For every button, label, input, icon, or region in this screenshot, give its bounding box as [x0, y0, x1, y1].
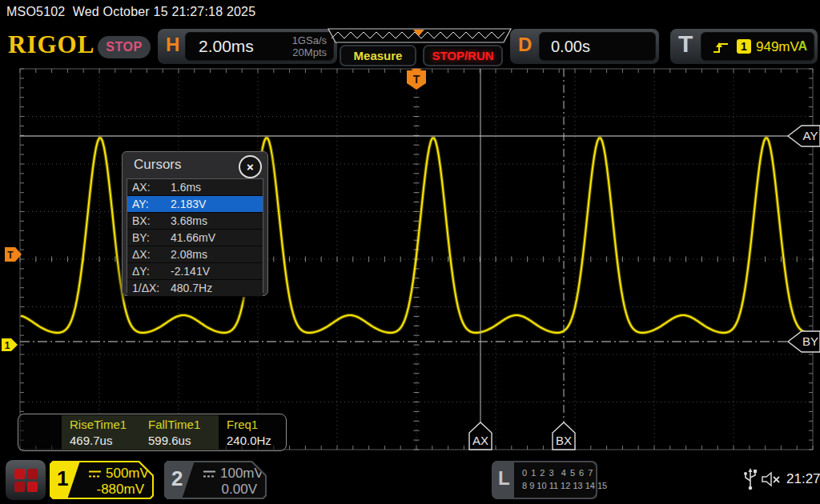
horizontal-panel[interactable]: H 2.00ms 1GSa/s 20Mpts	[157, 28, 338, 65]
cursor-row-dx[interactable]: ΔX:2.08ms	[127, 246, 263, 263]
speaker-muted-icon[interactable]	[761, 470, 782, 488]
trigger-position-t: T	[413, 73, 420, 86]
la-channels-row1: 0 1 2 3 4 5 6 7	[522, 468, 593, 478]
delay-value: 0.00s	[551, 38, 590, 56]
ch2-offset: 0.00V	[222, 482, 257, 498]
cursor-row-ay[interactable]: AY:2.183V	[127, 196, 263, 213]
channel-1-box[interactable]: 500mV -880mV 1	[50, 461, 154, 499]
ch1-offset: -880mV	[96, 482, 144, 498]
dc-coupling-icon	[88, 470, 102, 478]
model-and-datetime: MSO5102 Wed October 15 21:27:18 2025	[6, 5, 255, 19]
measurement-risetime[interactable]: RiseTime1 469.7us	[62, 415, 140, 450]
ch2-scale: 100mV	[220, 466, 263, 482]
ch1-position-num: 1	[5, 340, 10, 351]
usb-icon	[743, 468, 758, 490]
sample-rate-memdepth: 1GSa/s 20Mpts	[292, 34, 327, 58]
cursors-dialog: Cursors × AX:1.6ms AY:2.183V BX:3.68ms B…	[122, 151, 268, 296]
clock: 21:27	[786, 471, 820, 487]
delay-label: D	[518, 34, 532, 56]
stop-run-button[interactable]: STOP/RUN	[423, 45, 503, 66]
cursor-by-flag-label: BY	[802, 334, 818, 348]
menu-grid-button[interactable]	[5, 459, 46, 501]
la-channels-row2: 8 9 10 11 12 13 14 15	[522, 481, 607, 490]
channel-2-box[interactable]: 100mV 0.00V 2	[164, 461, 267, 499]
measure-button[interactable]: Measure	[340, 45, 416, 66]
trigger-panel[interactable]: T 1 949mV A	[669, 28, 818, 65]
rising-edge-icon	[713, 41, 729, 54]
trigger-level-value: 949mV	[756, 39, 799, 55]
cursor-row-by[interactable]: BY:41.66mV	[127, 230, 263, 246]
ch1-scale: 500mV	[106, 466, 149, 482]
oscilloscope-screen: AXBXAYBYTT1 MSO5102 Wed October 15 21:27…	[0, 0, 820, 504]
trigger-label: T	[678, 30, 693, 58]
trigger-mode: A	[798, 39, 807, 54]
dc-coupling-icon	[203, 470, 216, 478]
cursor-ay-flag-label: AY	[803, 129, 818, 142]
timebase-box: 2.00ms 1GSa/s 20Mpts	[185, 32, 334, 61]
trigger-level-t: T	[7, 250, 14, 261]
cursor-row-ax[interactable]: AX:1.6ms	[127, 179, 263, 196]
cursor-bx-flag-label: BX	[556, 434, 572, 447]
logic-analyzer-box[interactable]: L 0 1 2 3 4 5 6 7 8 9 10 11 12 13 14 15	[492, 461, 597, 499]
cursor-ax-flag-label: AX	[472, 434, 488, 447]
cursor-row-invdx[interactable]: 1/ΔX:480.7Hz	[127, 280, 263, 297]
delay-box: 0.00s	[539, 32, 656, 61]
trigger-source-badge: 1	[737, 39, 751, 54]
la-label: L	[498, 467, 510, 490]
cursor-readout-list: AX:1.6ms AY:2.183V BX:3.68ms BY:41.66mV …	[127, 178, 263, 293]
sample-rate: 1GSa/s	[292, 34, 327, 46]
cursor-row-bx[interactable]: BX:3.68ms	[127, 213, 263, 230]
measurement-freq[interactable]: Freq1 240.0Hz	[219, 415, 300, 450]
mem-depth: 20Mpts	[292, 46, 327, 58]
horizontal-label: H	[166, 34, 179, 56]
measurement-results-panel: RiseTime1 469.7us FallTime1 599.6us Freq…	[18, 414, 287, 451]
timebase-value: 2.00ms	[199, 37, 254, 56]
delay-panel[interactable]: D 0.00s	[509, 28, 660, 65]
dialog-title: Cursors	[134, 157, 182, 173]
menu-grid-icon	[14, 469, 25, 479]
cursor-row-dy[interactable]: ΔY:-2.141V	[127, 263, 263, 280]
trigger-box: 1 949mV A	[701, 32, 814, 61]
run-state-badge[interactable]: STOP	[98, 36, 151, 58]
measurement-falltime[interactable]: FallTime1 599.6us	[140, 415, 219, 450]
rigol-logo: RIGOL	[8, 30, 94, 59]
close-icon[interactable]: ×	[239, 155, 262, 178]
memory-position-strip[interactable]	[327, 28, 512, 44]
